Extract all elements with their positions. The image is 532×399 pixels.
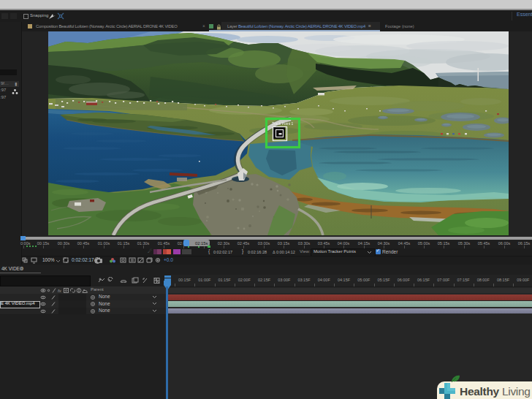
svg-text:Track Point 1: Track Point 1 bbox=[272, 121, 293, 126]
svg-text:fx: fx bbox=[58, 289, 62, 293]
